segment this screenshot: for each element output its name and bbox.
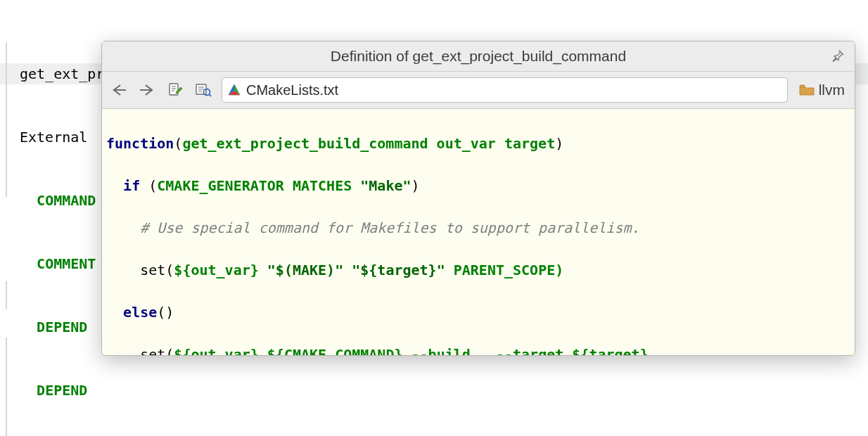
edit-source-button[interactable] <box>165 80 185 100</box>
definition-popup: Definition of get_ext_project_build_comm… <box>101 41 855 356</box>
folder-icon <box>799 84 815 96</box>
gutter <box>6 0 14 436</box>
scope-text: llvm <box>819 79 845 101</box>
popup-code-line[interactable]: if (CMAKE_GENERATOR MATCHES "Make") <box>106 175 850 196</box>
code-line[interactable]: DEPEND <box>0 380 868 401</box>
file-path-field[interactable]: CMakeLists.txt <box>222 77 788 103</box>
popup-code-line[interactable]: set(${out_var} ${CMAKE_COMMAND} --build … <box>106 344 850 356</box>
popup-code-line[interactable]: else() <box>106 302 850 323</box>
svg-rect-3 <box>800 85 805 87</box>
scope-indicator[interactable]: llvm <box>799 79 845 101</box>
popup-toolbar: CMakeLists.txt llvm <box>102 72 855 109</box>
forward-button[interactable] <box>137 80 157 100</box>
popup-code-line[interactable]: # Use special command for Makefiles to s… <box>106 217 850 238</box>
popup-title-text: Definition of get_ext_project_build_comm… <box>331 48 626 64</box>
file-name-text: CMakeLists.txt <box>246 79 338 101</box>
popup-code-line[interactable]: set(${out_var} "$(MAKE)" "${target}" PAR… <box>106 259 850 281</box>
cmake-file-icon <box>228 84 241 96</box>
show-in-list-button[interactable] <box>193 80 213 100</box>
popup-code-line[interactable]: function(get_ext_project_build_command o… <box>106 133 850 154</box>
popup-code-body[interactable]: function(get_ext_project_build_command o… <box>102 109 855 356</box>
popup-title-bar: Definition of get_ext_project_build_comm… <box>102 41 855 72</box>
back-button[interactable] <box>109 80 129 100</box>
pin-icon[interactable] <box>831 49 845 63</box>
